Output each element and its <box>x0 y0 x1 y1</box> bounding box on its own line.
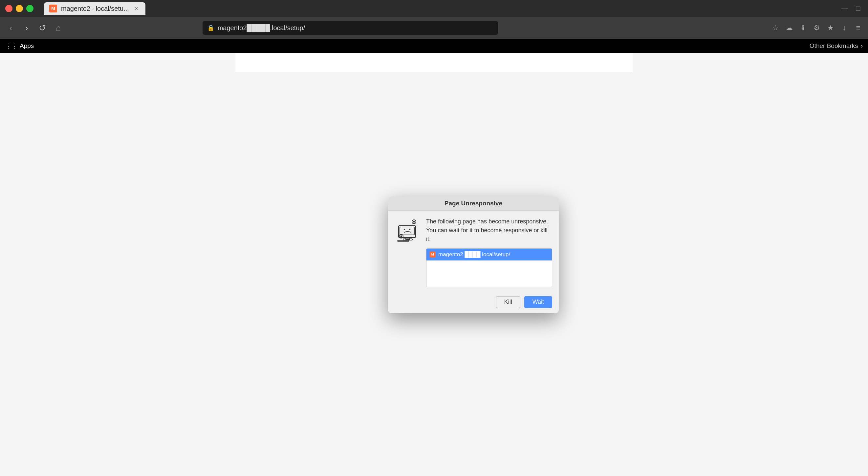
dialog-footer: Kill Wait <box>388 292 559 313</box>
svg-point-12 <box>401 235 402 237</box>
traffic-lights <box>5 5 33 12</box>
dialog-tab-url-part1: magento2 <box>438 251 463 258</box>
apps-label: Apps <box>20 42 34 49</box>
toolbar: ‹ › ↺ ⌂ 🔒 magento2█████.local/setup/ ☆ ☁… <box>0 17 868 39</box>
tab-favicon: M <box>49 5 57 12</box>
dialog-tab-url-part2: local/setup/ <box>482 251 510 258</box>
other-bookmarks[interactable]: Other Bookmarks › <box>810 42 863 49</box>
browser-window: M magento2 · local/setu... × — □ ‹ › ↺ ⌂… <box>0 0 868 476</box>
dialog-tab-list: M magento2 ████ local/setup/ <box>426 248 552 287</box>
tab-bar: M magento2 · local/setu... × <box>44 2 836 15</box>
minimize-window-button[interactable] <box>16 5 23 12</box>
dialog-message: The following page has become unresponsi… <box>426 217 552 244</box>
page-unresponsive-dialog: Page Unresponsive <box>388 197 559 313</box>
page-content: Page Unresponsive <box>0 53 868 476</box>
dialog-tab-url-separator: ████ <box>465 251 480 258</box>
dialog-title: Page Unresponsive <box>388 197 559 211</box>
title-bar-right: — □ <box>840 4 863 13</box>
browser-tab[interactable]: M magento2 · local/setu... × <box>44 2 146 15</box>
user-icon[interactable]: ★ <box>826 23 835 32</box>
dialog-tab-url: magento2 ████ local/setup/ <box>438 251 510 258</box>
home-button[interactable]: ⌂ <box>53 22 64 33</box>
tab-title: magento2 · local/setu... <box>61 5 129 12</box>
apps-bookmark[interactable]: ⋮⋮ Apps <box>5 42 34 50</box>
sad-computer-icon <box>395 217 421 243</box>
menu-icon[interactable]: ≡ <box>854 23 863 32</box>
back-button[interactable]: ‹ <box>5 22 17 33</box>
fullscreen-icon[interactable]: □ <box>854 4 863 13</box>
other-bookmarks-label: Other Bookmarks <box>810 42 858 49</box>
info-icon[interactable]: ℹ <box>798 23 808 32</box>
svg-rect-3 <box>400 227 414 235</box>
lock-icon: 🔒 <box>207 24 214 32</box>
url-display: magento2█████.local/setup/ <box>218 24 493 32</box>
svg-rect-10 <box>398 240 409 241</box>
address-bar[interactable]: 🔒 magento2█████.local/setup/ <box>203 21 498 35</box>
tab-close-button[interactable]: × <box>133 5 140 12</box>
wait-button[interactable]: Wait <box>524 296 552 308</box>
svg-point-1 <box>413 221 415 223</box>
dialog-tab-content <box>427 261 552 287</box>
bookmark-star-icon[interactable]: ☆ <box>771 23 780 32</box>
toolbar-right-icons: ☆ ☁ ℹ ⚙ ★ ↓ ≡ <box>771 23 863 32</box>
download-icon[interactable]: ↓ <box>840 23 849 32</box>
maximize-window-button[interactable] <box>26 5 33 12</box>
cloud-icon[interactable]: ☁ <box>785 23 794 32</box>
dialog-overlay: Page Unresponsive <box>0 53 868 476</box>
dialog-content-area: The following page has become unresponsi… <box>426 217 552 287</box>
dialog-body: The following page has become unresponsi… <box>388 211 559 292</box>
close-window-button[interactable] <box>5 5 12 12</box>
minimize-icon[interactable]: — <box>840 4 849 13</box>
dialog-tab-item[interactable]: M magento2 ████ local/setup/ <box>427 249 552 261</box>
dialog-tab-favicon: M <box>430 251 436 258</box>
kill-button[interactable]: Kill <box>496 296 520 308</box>
forward-button[interactable]: › <box>21 22 32 33</box>
extensions-icon[interactable]: ⚙ <box>812 23 822 32</box>
bookmarks-chevron-icon: › <box>861 42 863 49</box>
title-bar: M magento2 · local/setu... × — □ <box>0 0 868 17</box>
bookmarks-bar: ⋮⋮ Apps Other Bookmarks › <box>0 39 868 53</box>
apps-grid-icon: ⋮⋮ <box>5 42 18 50</box>
reload-button[interactable]: ↺ <box>37 22 48 33</box>
